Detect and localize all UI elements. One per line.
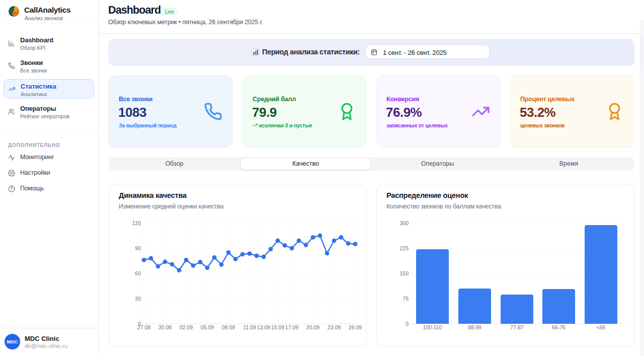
svg-text:15.09: 15.09	[271, 324, 284, 330]
svg-text:75: 75	[403, 296, 409, 302]
svg-text:77-87: 77-87	[510, 324, 524, 330]
svg-text:02.09: 02.09	[180, 324, 193, 330]
svg-text:100-110: 100-110	[423, 324, 442, 330]
svg-text:120: 120	[132, 220, 141, 226]
svg-text:150: 150	[399, 270, 409, 276]
svg-text:<66: <66	[597, 324, 606, 330]
svg-text:20.09: 20.09	[306, 324, 319, 330]
svg-text:26.09: 26.09	[349, 324, 362, 330]
svg-text:05.09: 05.09	[201, 324, 214, 330]
svg-text:225: 225	[399, 245, 409, 251]
svg-text:30.08: 30.08	[158, 324, 172, 330]
svg-text:88-99: 88-99	[468, 324, 481, 330]
svg-text:23.09: 23.09	[328, 324, 341, 330]
svg-text:300: 300	[399, 220, 409, 226]
svg-text:60: 60	[135, 270, 141, 276]
svg-text:30: 30	[135, 296, 141, 302]
svg-text:0: 0	[406, 321, 409, 327]
svg-text:66-76: 66-76	[552, 324, 566, 330]
svg-text:90: 90	[135, 245, 141, 251]
svg-text:13.09: 13.09	[257, 324, 270, 330]
svg-text:08.09: 08.09	[222, 324, 235, 330]
svg-text:27.08: 27.08	[137, 324, 150, 330]
svg-text:11.09: 11.09	[243, 324, 256, 330]
svg-text:17.09: 17.09	[285, 324, 298, 330]
